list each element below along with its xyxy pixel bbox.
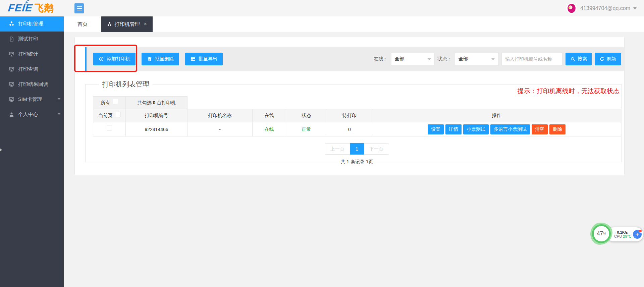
trash-icon bbox=[147, 56, 152, 62]
select-row-blank bbox=[187, 97, 621, 109]
current-page-number[interactable]: 1 bbox=[350, 143, 364, 155]
sidebar-item-label: 测试打印 bbox=[18, 36, 38, 42]
chevron-down-icon bbox=[633, 7, 637, 9]
multilang-receipt-test-button[interactable]: 多语言小票测试 bbox=[490, 124, 530, 134]
receipt-test-button[interactable]: 小票测试 bbox=[463, 124, 489, 134]
search-label: 搜索 bbox=[578, 56, 587, 62]
chevron-down-icon bbox=[58, 113, 60, 115]
refresh-button[interactable]: 刷新 bbox=[595, 53, 621, 65]
online-filter-label: 在线： bbox=[374, 56, 388, 62]
next-page-button[interactable]: 下一页 bbox=[364, 143, 389, 155]
col-status: 状态 bbox=[286, 109, 327, 122]
app-logo: FEIE 飞鹅 bbox=[7, 2, 54, 15]
online-filter-value: 全部 bbox=[395, 56, 404, 62]
user-icon bbox=[9, 112, 14, 117]
batch-delete-button[interactable]: 批量删除 bbox=[142, 53, 179, 65]
monitor-stats: ↑ 0.1K/s CPU 29℃ bbox=[614, 230, 632, 239]
chart-screen-icon bbox=[9, 51, 14, 57]
row-printer-name: - bbox=[187, 122, 253, 136]
table-row: 922414466 - 在线 正常 0 设置 详情 小票测试 多语言小票测试 清… bbox=[93, 122, 621, 136]
sidebar-item-label: SIM卡管理 bbox=[18, 96, 42, 103]
sidebar-item-sim-manage[interactable]: SIM卡管理 bbox=[0, 92, 64, 107]
col-printer-sn: 打印机编号 bbox=[126, 109, 187, 122]
add-printer-button[interactable]: 添加打印机 bbox=[93, 53, 136, 65]
selected-prefix: 共勾选 bbox=[138, 100, 152, 105]
sidebar-item-print-query[interactable]: 打印查询 bbox=[0, 62, 64, 77]
sidebar-item-print-callback[interactable]: 打印结果回调 bbox=[0, 77, 64, 92]
user-avatar bbox=[566, 3, 577, 14]
status-filter-select[interactable]: 全部 bbox=[455, 53, 498, 65]
sidebar-item-user-center[interactable]: 个人中心 bbox=[0, 107, 64, 122]
document-icon bbox=[9, 36, 14, 42]
select-all-checkbox[interactable] bbox=[113, 99, 118, 104]
col-pending: 待打印 bbox=[327, 109, 372, 122]
row-actions: 设置 详情 小票测试 多语言小票测试 清空 删除 bbox=[372, 124, 621, 134]
row-online-status: 在线 bbox=[253, 122, 286, 136]
sidebar-item-label: 打印统计 bbox=[18, 51, 38, 57]
record-summary: 共 1 条记录 1页 bbox=[93, 159, 621, 165]
row-pending-count: 0 bbox=[327, 122, 372, 136]
chevron-down-icon bbox=[58, 98, 60, 100]
app-header: FEIE 飞鹅 413994704@qq.com bbox=[0, 0, 644, 16]
current-page-checkbox[interactable] bbox=[115, 112, 120, 117]
search-input[interactable] bbox=[501, 53, 562, 65]
prev-page-button[interactable]: 上一页 bbox=[325, 143, 350, 155]
network-speed: 0.1K/s bbox=[617, 230, 628, 234]
selected-suffix: 台打印机 bbox=[157, 100, 175, 105]
sidebar-toggle-button[interactable] bbox=[74, 3, 84, 13]
sidebar-item-label: 打印机管理 bbox=[18, 21, 43, 27]
row-actions-cell: 设置 详情 小票测试 多语言小票测试 清空 删除 bbox=[372, 122, 621, 136]
delete-button[interactable]: 删除 bbox=[549, 124, 566, 134]
tab-label: 打印机管理 bbox=[115, 21, 140, 27]
batch-export-label: 批量导出 bbox=[199, 56, 217, 62]
pagination: 上一页 1 下一页 共 1 条记录 1页 bbox=[93, 143, 621, 165]
row-checkbox[interactable] bbox=[107, 125, 112, 130]
settings-button[interactable]: 设置 bbox=[428, 124, 444, 134]
monitor-percent-ring[interactable]: 47 % bbox=[592, 224, 611, 243]
chart-screen-icon bbox=[9, 66, 14, 72]
chart-screen-icon bbox=[9, 97, 14, 102]
system-monitor-widget: ↑ 0.1K/s CPU 29℃ + 47 % bbox=[590, 222, 644, 249]
memory-percent-unit: % bbox=[603, 232, 606, 236]
notification-dot bbox=[639, 229, 642, 233]
close-icon[interactable]: × bbox=[144, 21, 147, 27]
sidebar-item-printer-manage[interactable]: 打印机管理 bbox=[0, 16, 64, 32]
search-button[interactable]: 搜索 bbox=[566, 53, 592, 65]
refresh-label: 刷新 bbox=[607, 56, 616, 62]
monitor-plus-button[interactable]: + bbox=[633, 230, 642, 239]
table-select-row: 所有 共勾选0台打印机 bbox=[93, 97, 621, 109]
logo-text-cn: 飞鹅 bbox=[34, 2, 54, 15]
memory-percent: 47 bbox=[597, 230, 603, 237]
sidebar-item-label: 个人中心 bbox=[18, 111, 38, 118]
sidebar-item-print-stats[interactable]: 打印统计 bbox=[0, 47, 64, 62]
tab-home[interactable]: 首页 bbox=[64, 16, 101, 32]
chevron-down-icon bbox=[491, 58, 495, 60]
col-actions: 操作 bbox=[372, 109, 621, 122]
sidebar-item-label: 打印结果回调 bbox=[18, 81, 48, 88]
current-page-cell: 当前页 bbox=[93, 109, 126, 122]
wifi-signal-icon bbox=[23, 0, 31, 5]
collapsed-panel-handle[interactable] bbox=[0, 148, 2, 152]
tab-printer-manage[interactable]: 打印机管理 × bbox=[101, 16, 153, 32]
toolbar: 添加打印机 批量删除 批量导出 在线： 全部 状态： 全部 bbox=[85, 47, 625, 71]
printer-table: 所有 共勾选0台打印机 当前页 打印机编号 打印机名称 bbox=[93, 96, 621, 136]
details-button[interactable]: 详情 bbox=[445, 124, 462, 134]
clear-button[interactable]: 清空 bbox=[532, 124, 548, 134]
col-online: 在线 bbox=[253, 109, 286, 122]
user-menu[interactable]: 413994704@qq.com bbox=[566, 0, 637, 16]
printer-list-fieldset: 打印机列表管理 所有 共勾选0台打印机 bbox=[85, 80, 622, 162]
table-export-icon bbox=[191, 56, 196, 62]
selected-count: 0 bbox=[153, 100, 156, 105]
upload-arrow-icon: ↑ bbox=[614, 230, 616, 234]
online-filter-select[interactable]: 全部 bbox=[391, 53, 435, 65]
sidebar-item-test-print[interactable]: 测试打印 bbox=[0, 32, 64, 47]
select-all-label: 所有 bbox=[101, 100, 110, 106]
tab-bar: 首页 打印机管理 × bbox=[64, 16, 644, 32]
selected-summary-cell: 共勾选0台打印机 bbox=[126, 97, 187, 109]
current-page-label: 当前页 bbox=[99, 113, 113, 119]
batch-export-button[interactable]: 批量导出 bbox=[185, 53, 223, 65]
status-filter-label: 状态： bbox=[438, 56, 452, 62]
row-checkbox-cell bbox=[93, 122, 126, 136]
status-filter-value: 全部 bbox=[459, 56, 468, 62]
row-printer-sn: 922414466 bbox=[126, 122, 187, 136]
